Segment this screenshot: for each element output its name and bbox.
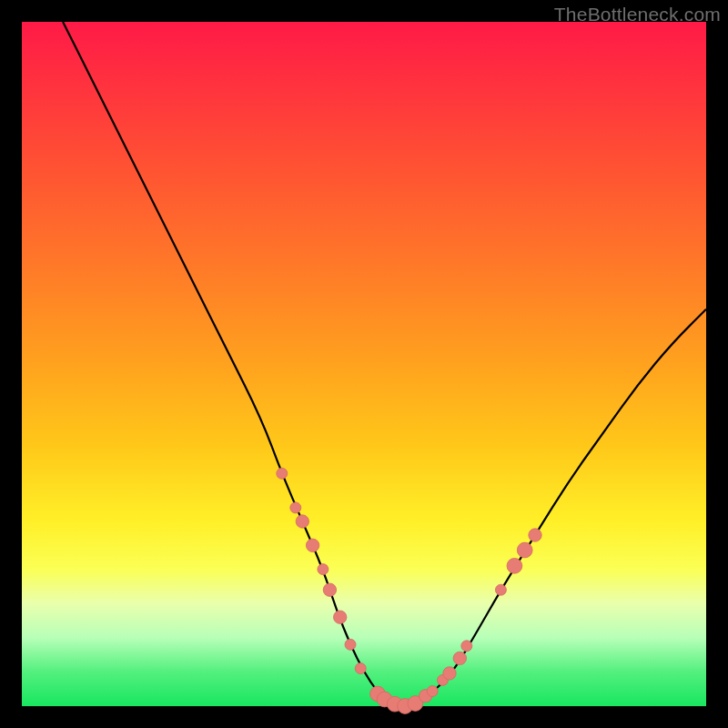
marker-dot [345,639,356,650]
marker-dot [461,641,472,652]
markers-group [277,468,541,713]
marker-dot [306,539,318,551]
plot-area [22,22,706,706]
marker-dot [290,502,301,513]
marker-dot [277,468,288,479]
marker-dot [507,558,522,573]
marker-dot [323,583,336,596]
marker-dot [427,686,438,697]
marker-dot [334,611,347,623]
marker-dot [318,564,329,575]
curve-svg [22,22,706,706]
chart-frame: TheBottleneck.com [0,0,728,728]
marker-dot [517,542,532,558]
marker-dot [495,584,506,595]
marker-dot [355,663,366,674]
marker-dot [443,667,456,680]
bottleneck-curve-path [63,22,706,705]
watermark-text: TheBottleneck.com [554,4,721,25]
marker-dot [529,529,541,541]
marker-dot [453,652,466,664]
marker-dot [296,515,308,528]
